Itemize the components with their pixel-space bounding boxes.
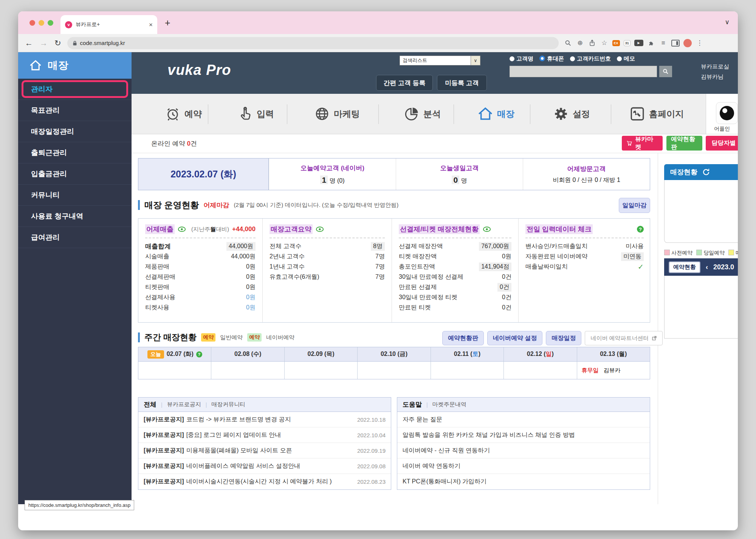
sidebar-item-community[interactable]: 커뮤니티	[18, 185, 132, 206]
tab-market-orders[interactable]: 마켓주문내역	[432, 401, 466, 408]
schedule-cell[interactable]	[285, 362, 358, 379]
zoom-icon[interactable]: ⊕	[576, 39, 584, 47]
extensions-puzzle-icon[interactable]	[647, 39, 655, 47]
radio-customer-name[interactable]: 고객명	[510, 55, 533, 62]
radio-label: 메모	[624, 55, 635, 62]
day-cell[interactable]: 02.10 (금)	[358, 347, 431, 362]
nav-settings[interactable]: 설정	[553, 94, 590, 134]
day-cell[interactable]: 02.13 (월)	[577, 347, 650, 362]
eye-icon[interactable]	[483, 227, 491, 232]
day-cell-today[interactable]: 오늘 02.07 (화) ?	[138, 347, 211, 362]
today-date: 2023.02.07 (화)	[138, 158, 269, 190]
tab-help[interactable]: 도움말	[403, 400, 422, 409]
bookmark-star-icon[interactable]: ☆	[600, 39, 609, 47]
notice-row[interactable]: [뷰카프로공지]네이버시술시간연동(시술시간 지정 시 예약불가 처리 )202…	[138, 474, 391, 489]
tab-search-chevron-icon[interactable]: ∨	[725, 18, 730, 26]
quick-register-button[interactable]: 간편 고객 등록	[376, 75, 433, 91]
reading-list-icon[interactable]: ≡	[659, 39, 668, 47]
user-shop-name: 뷰카프로실	[701, 61, 738, 71]
sidebar-item-attendance[interactable]: 출퇴근관리	[18, 142, 132, 163]
nav-store[interactable]: 매장	[477, 94, 514, 134]
search-list-select[interactable]: 검색리스트 ∨	[400, 56, 480, 65]
notice-row[interactable]: [뷰카프로공지]미용제품몰(폐쇄몰) 모바일 사이트 오픈2022.09.19	[138, 443, 391, 458]
reservation-board-button[interactable]: 예약현황판	[666, 136, 702, 151]
schedule-cell-holiday[interactable]: 휴무일 김뷰카	[577, 362, 650, 379]
browser-tab[interactable]: v 뷰카프로+ ×	[60, 15, 157, 34]
help-icon[interactable]: ?	[196, 351, 202, 357]
nav-separator	[530, 104, 530, 124]
new-tab-button[interactable]: +	[165, 17, 170, 28]
sidebar-item-label: 관리자	[31, 85, 53, 93]
nav-input[interactable]: 입력	[238, 94, 274, 134]
tab-vuka-notice[interactable]: 뷰카프로공지	[167, 401, 201, 408]
schedule-cell[interactable]	[358, 362, 431, 379]
help-row[interactable]: 네이버예약 - 신규 직원 연동하기	[397, 443, 650, 458]
address-bar[interactable]: code.smartplug.kr	[67, 37, 559, 49]
maximize-window-button[interactable]	[48, 20, 53, 26]
help-icon[interactable]: ?	[637, 226, 644, 233]
day-cell-saturday[interactable]: 02.11 (토)	[431, 347, 504, 362]
reservation-board-button-2[interactable]: 예약현황판	[442, 331, 484, 345]
notice-row[interactable]: [뷰카프로공지]네이버플레이스 예약알림 서비스 설정안내2022.09.08	[138, 458, 391, 474]
yellow-square-icon	[728, 250, 734, 255]
day-cell[interactable]: 02.08 (수)	[211, 347, 284, 362]
help-row[interactable]: KT PC폰(통화매니저) 가입하기	[397, 474, 650, 489]
notice-row[interactable]: [뷰카프로공지][중요] 로그인 페이지 업데이트 안내2022.10.04	[138, 427, 391, 443]
by-staff-button[interactable]: 담당자별	[706, 136, 738, 151]
help-row[interactable]: 네이버 예약 연동하기	[397, 458, 650, 474]
nav-reservation[interactable]: 예약	[165, 94, 202, 134]
radio-memo[interactable]: 메모	[617, 55, 635, 62]
media-controls-icon[interactable]: ▶	[634, 40, 643, 46]
side-panel-icon[interactable]	[671, 40, 680, 47]
customer-search-button[interactable]	[659, 66, 672, 77]
tab-community[interactable]: 매장커뮤니티	[211, 401, 245, 408]
reload-button[interactable]: ↻	[54, 39, 61, 47]
schedule-cell[interactable]	[138, 362, 211, 379]
sidebar-item-billing[interactable]: 사용료 청구내역	[18, 206, 132, 227]
eye-icon[interactable]	[178, 227, 186, 232]
sidebar-item-payroll[interactable]: 급여관리	[18, 227, 132, 248]
tab-all[interactable]: 전체	[144, 400, 156, 409]
sidebar-item-schedule[interactable]: 매장일정관리	[18, 121, 132, 142]
schedule-cell[interactable]	[504, 362, 577, 379]
radio-phone[interactable]: 휴대폰	[539, 55, 564, 62]
nav-homepage[interactable]: 홈페이지	[629, 94, 684, 134]
close-window-button[interactable]	[29, 20, 35, 26]
sidebar-item-manager[interactable]: 관리자	[18, 79, 132, 100]
store-schedule-button[interactable]: 매장일정	[546, 331, 581, 345]
extension-calendar-icon[interactable]: 31	[624, 40, 631, 46]
notice-row[interactable]: [뷰카프로공지]코드컴 -> 뷰카프로 브랜드명 변경 공지2022.10.18	[138, 412, 391, 427]
refresh-icon[interactable]	[702, 168, 710, 176]
help-row[interactable]: 알림톡 발송을 위한 카카오 채널 가입과 비즈니스 채널 인증 방법	[397, 427, 650, 443]
profile-avatar[interactable]	[683, 39, 692, 47]
reservation-status-button[interactable]: 예약현황	[669, 261, 700, 273]
vuka-market-button[interactable]: 뷰카마켓	[622, 136, 663, 151]
prev-arrow-icon[interactable]: ‹	[706, 263, 708, 271]
tab-close-icon[interactable]: ×	[149, 22, 153, 28]
day-cell-sunday[interactable]: 02.12 (일)	[504, 347, 577, 362]
nav-analysis[interactable]: 분석	[404, 94, 441, 134]
help-row[interactable]: 자주 묻는 질문	[397, 412, 650, 427]
customer-search-input[interactable]	[510, 66, 657, 77]
schedule-cell[interactable]	[211, 362, 284, 379]
search-icon[interactable]	[564, 39, 572, 47]
share-icon[interactable]	[588, 39, 596, 47]
day-cell[interactable]: 02.09 (목)	[285, 347, 358, 362]
daily-closing-button[interactable]: 일일마감	[619, 198, 650, 213]
sidebar: 매장 관리자 목표관리 매장일정관리 출퇴근관리 입출금관리 커뮤니티 사용료 …	[18, 52, 132, 504]
eye-icon[interactable]	[316, 227, 324, 232]
browser-menu-icon[interactable]: ⋮	[696, 39, 704, 47]
app-cert-zone[interactable]: 어플인	[706, 94, 738, 134]
back-button[interactable]: ←	[25, 39, 33, 47]
sidebar-item-cashflow[interactable]: 입출금관리	[18, 163, 132, 185]
forward-button[interactable]: →	[40, 39, 48, 47]
nav-marketing[interactable]: 마케팅	[314, 94, 360, 134]
sidebar-item-goal[interactable]: 목표관리	[18, 100, 132, 121]
schedule-cell[interactable]	[431, 362, 504, 379]
naver-partner-center-link[interactable]: 네이버 예약파트너센터	[585, 331, 662, 345]
extension-ex-icon[interactable]: EX	[612, 40, 620, 46]
radio-card-number[interactable]: 고객카드번호	[570, 55, 611, 62]
naver-reservation-settings-button[interactable]: 네이버예약 설정	[487, 331, 542, 345]
unregistered-customer-button[interactable]: 미등록 고객	[437, 75, 487, 91]
minimize-window-button[interactable]	[39, 20, 44, 26]
